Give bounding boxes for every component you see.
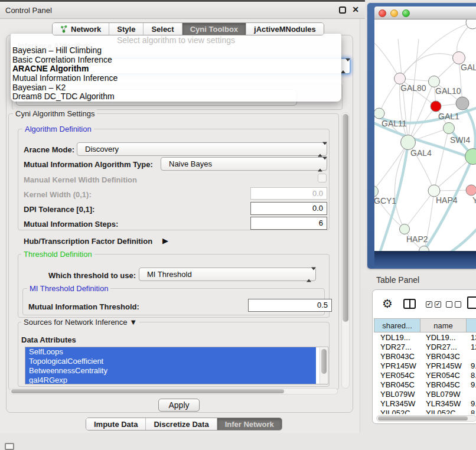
gear-icon[interactable]: ⚙ (382, 298, 393, 309)
network-node[interactable] (456, 97, 469, 110)
network-edge[interactable] (434, 128, 449, 191)
list-vertical-scrollbar[interactable] (319, 348, 327, 384)
network-node-label: GCY1 (374, 196, 396, 206)
dpi-tolerance-field[interactable]: 0.0 (250, 202, 327, 215)
mi-threshold-field[interactable]: 0.5 (248, 299, 332, 312)
network-node-label: GAL4 (410, 148, 432, 158)
hub-definition-expand-icon[interactable]: ▶ (162, 236, 168, 245)
data-attribute-item[interactable]: gal4RGexp (25, 376, 316, 384)
table-row[interactable]: YDL19...YDL19...13 (374, 333, 476, 343)
aracne-mode-label: Aracne Mode: (24, 145, 74, 154)
tab-network-label: Network (71, 25, 101, 34)
column-layout-icon[interactable] (403, 299, 416, 309)
select-all-checkbox-icon[interactable]: ✓ (435, 301, 441, 308)
network-node-gal10[interactable] (429, 76, 440, 87)
tab-impute-data[interactable]: Impute Data (86, 418, 146, 430)
algorithm-dropdown-list: Bayesian – Hill ClimbingBasic Correlatio… (11, 46, 341, 102)
network-node-gcy1[interactable] (374, 186, 379, 197)
network-node-label: GAL (461, 63, 476, 72)
table-row[interactable]: YLR345WYLR345W9. (374, 399, 476, 409)
network-window-titlebar[interactable] (374, 6, 476, 19)
select-all-checkbox-icon[interactable]: ✓ (426, 301, 432, 308)
tab-style[interactable]: Style (109, 23, 144, 35)
table-row[interactable]: YPR145WYPR145W9. (374, 361, 476, 371)
table-cell: 12 (471, 343, 476, 352)
stepper-arrows-icon (318, 143, 323, 155)
table-row[interactable]: YDR27...YDR27...12 (374, 343, 476, 352)
collapsed-panel-icon[interactable] (5, 443, 14, 450)
network-node-y[interactable] (466, 185, 476, 195)
network-node-hap2[interactable] (400, 224, 410, 234)
column-header-partial[interactable] (466, 318, 476, 332)
table-cell: YIL052C (426, 409, 456, 414)
algorithm-option[interactable]: ARACNE Algorithm (11, 64, 341, 74)
mi-steps-field[interactable]: 6 (250, 217, 327, 230)
network-svg: GALGAL80GAL10GAL1GAL11SWI4GAL4GCY1HAP4YH… (374, 19, 476, 251)
algorithm-option[interactable]: Bayesian – K2 (11, 83, 341, 93)
tab-select[interactable]: Select (144, 23, 182, 35)
tab-cyni-toolbox[interactable]: Cyni Toolbox (182, 23, 246, 35)
tab-network[interactable]: Network (53, 23, 109, 35)
which-threshold-label: Which threshold to use: (48, 271, 136, 280)
tab-discretize-data[interactable]: Discretize Data (146, 418, 217, 430)
network-edge[interactable] (374, 43, 400, 79)
network-window-frame[interactable]: GALGAL80GAL10GAL1GAL11SWI4GAL4GCY1HAP4YH… (367, 3, 476, 269)
sources-legend: Sources for Network Inference ▼ (21, 318, 139, 327)
deselect-all-checkbox-icon[interactable] (446, 301, 452, 308)
column-header-shared-name[interactable]: shared... (374, 318, 420, 332)
threshold-definition-legend: Threshold Definition (21, 250, 94, 259)
table-row[interactable]: YER054CYER054C8. (374, 371, 476, 380)
column-header-name[interactable]: name (420, 318, 467, 332)
aracne-mode-combobox[interactable]: Discovery (77, 142, 327, 156)
stepper-arrows-icon (341, 59, 346, 73)
zoom-traffic-light-icon[interactable] (402, 9, 410, 17)
which-threshold-combobox[interactable]: MI Threshold (139, 268, 316, 281)
algorithm-option[interactable]: Mutual Information Inference (11, 74, 341, 83)
data-attribute-item[interactable]: TopologicalCoefficient (25, 357, 316, 366)
network-node-gal80[interactable] (395, 73, 406, 84)
algorithm-dropdown-placeholder: Select algorithm to view settings (11, 35, 341, 45)
export-table-icon[interactable] (467, 296, 476, 309)
table-cell: YIL052C (380, 409, 410, 414)
deselect-all-checkbox-icon[interactable] (455, 301, 461, 308)
kernel-width-field[interactable]: 0.0 (250, 187, 327, 200)
minimize-traffic-light-icon[interactable] (390, 9, 398, 17)
network-edge[interactable] (379, 79, 400, 113)
network-edge-highlighted[interactable] (445, 226, 476, 251)
table-row[interactable]: YBL079WYBL079W (374, 390, 476, 399)
table-row[interactable]: YIL052CYIL052C8 (374, 409, 476, 414)
table-horizontal-scrollbar[interactable] (376, 415, 476, 422)
data-attribute-item[interactable]: SelfLoops (25, 347, 316, 357)
network-node-gal4[interactable] (401, 135, 416, 150)
network-node-gal11[interactable] (374, 108, 384, 119)
data-attribute-item[interactable]: BetweennessCentrality (25, 366, 316, 376)
settings-vertical-scrollbar-thumb[interactable] (343, 114, 348, 322)
mi-threshold-definition-legend: MI Threshold Definition (27, 284, 110, 293)
table-cell: YDL19... (426, 333, 456, 343)
tab-infer-network[interactable]: Infer Network (217, 418, 282, 430)
algorithm-option[interactable]: Dream8 DC_TDC Algorithm (11, 92, 341, 102)
network-node-swi4[interactable] (444, 123, 455, 134)
data-attributes-list[interactable]: SelfLoopsTopologicalCoefficientBetweenne… (25, 347, 328, 384)
algorithm-option[interactable]: Basic Correlation Inference (11, 56, 341, 65)
network-node-gal1[interactable] (431, 101, 441, 112)
list-vertical-scrollbar-thumb[interactable] (321, 349, 327, 374)
float-panel-icon[interactable] (339, 6, 346, 14)
control-panel-tabbar: Network Style Select Cyni Toolbox jActiv… (52, 22, 324, 35)
settings-horizontal-scrollbar-thumb[interactable] (11, 389, 284, 393)
network-canvas[interactable]: GALGAL80GAL10GAL1GAL11SWI4GAL4GCY1HAP4YH… (374, 19, 476, 251)
settings-vertical-scrollbar[interactable] (341, 112, 350, 389)
settings-horizontal-scrollbar[interactable] (9, 388, 338, 394)
close-traffic-light-icon[interactable] (379, 9, 386, 17)
table-horizontal-scrollbar-thumb[interactable] (378, 416, 468, 420)
table-row[interactable]: YBR045CYBR045C9. (374, 380, 476, 390)
close-panel-icon[interactable]: ✕ (352, 5, 359, 14)
algorithm-option[interactable]: Bayesian – Hill Climbing (11, 46, 341, 56)
table-row[interactable]: YBR043CYBR043C (374, 352, 476, 361)
mi-algorithm-type-combobox[interactable]: Naive Bayes (161, 157, 327, 171)
apply-button[interactable]: Apply (158, 399, 200, 412)
sources-collapse-icon[interactable]: ▼ (129, 318, 137, 327)
tab-jactivemnodules[interactable]: jActiveMNodules (246, 23, 324, 35)
manual-kernel-width-checkbox[interactable] (318, 174, 327, 182)
network-node-hap4[interactable] (428, 185, 440, 197)
